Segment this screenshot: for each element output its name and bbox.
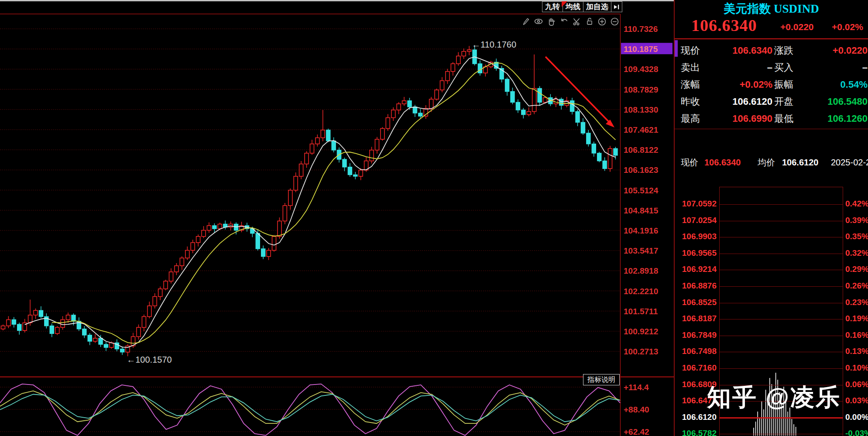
price-row: 106.6340 +0.0220 +0.02% <box>675 16 868 37</box>
candle-body <box>462 51 466 56</box>
lock-open-icon[interactable] <box>584 16 595 27</box>
candle-body <box>521 110 525 115</box>
pencil-icon[interactable] <box>521 16 531 27</box>
zoom-out-icon[interactable] <box>610 16 620 27</box>
indicator-help-button[interactable]: 指标说明 <box>583 374 620 385</box>
quote-row: 卖出 – 买入 – <box>675 59 868 76</box>
candle-body <box>559 99 563 105</box>
sub-axis-label: +62.42 <box>624 427 649 436</box>
ladder-gridline <box>720 204 843 205</box>
scissors-icon[interactable] <box>572 16 582 27</box>
status-label: 均价 <box>758 156 775 168</box>
hand-icon[interactable] <box>546 16 556 27</box>
field-value: 106.6990 <box>701 110 772 127</box>
candle-body <box>397 104 401 110</box>
axis-label: 105.5124 <box>624 186 659 195</box>
field-value: 106.1260 <box>801 110 868 127</box>
candle-body <box>343 159 347 167</box>
candle-body <box>283 206 287 221</box>
ladder-percent: 0.23% <box>845 298 868 307</box>
candle-body <box>288 190 292 206</box>
candle-body <box>34 310 38 315</box>
ladder-gridline <box>720 417 843 419</box>
ladder-price: 106.9903 <box>675 232 717 241</box>
ladder-percent: 0.03% <box>845 396 868 405</box>
candle-body <box>202 230 206 237</box>
candle-body <box>66 315 70 320</box>
candle-body <box>196 237 200 243</box>
candle-body <box>614 148 618 155</box>
ladder-gridline <box>720 319 843 319</box>
candle-body <box>370 150 374 161</box>
field-label: 买入 <box>774 59 793 76</box>
trend-arrow <box>546 57 614 127</box>
tab-add-watchlist[interactable]: 加自选 <box>583 1 611 12</box>
candle-body <box>39 310 43 316</box>
candle-body <box>408 101 412 107</box>
eye-icon[interactable] <box>533 16 544 27</box>
field-value: 106.6120 <box>701 93 772 110</box>
ladder-gridline <box>720 270 843 270</box>
high-annotation: ←110.1760 <box>472 40 516 49</box>
field-label: 涨幅 <box>681 76 700 93</box>
candle-body <box>527 112 531 115</box>
candle-body <box>603 161 607 169</box>
field-value: +0.02% <box>701 76 772 93</box>
candle-body <box>137 327 141 336</box>
ma-slow-line <box>52 63 616 343</box>
candle-body <box>1 326 5 329</box>
undo-icon[interactable] <box>559 16 569 27</box>
candle-body <box>153 297 157 306</box>
ladder-percent: 0.19% <box>845 314 868 323</box>
candle-body <box>180 258 184 266</box>
candle-body <box>543 98 547 103</box>
ladder-price: 106.6120 <box>675 412 717 422</box>
candle-body <box>381 128 384 139</box>
field-label: 卖出 <box>681 59 700 76</box>
ladder-price: 106.7849 <box>675 330 717 340</box>
status-date: 2025-02-24 <box>831 156 868 168</box>
axis-label: 102.2210 <box>624 287 658 296</box>
ladder-gridline <box>720 368 843 369</box>
candle-body <box>446 72 449 81</box>
candle-body <box>359 170 363 176</box>
ladder-gridline <box>720 237 843 237</box>
field-value: – <box>801 59 868 76</box>
axis-label: 110.7326 <box>624 24 658 34</box>
candle-body <box>424 108 428 116</box>
candle-body <box>581 122 585 133</box>
ladder-percent: 0.16% <box>845 330 868 340</box>
candle-body <box>587 133 590 144</box>
candle-body <box>261 249 265 257</box>
ladder-percent: 0.00% <box>845 412 868 422</box>
quote-panel: 美元指数 USDIND 106.6340 +0.0220 +0.02% 现价 1… <box>674 0 868 436</box>
field-label: 最低 <box>774 110 793 127</box>
field-value: – <box>701 59 772 76</box>
ladder-percent: 0.13% <box>845 347 868 356</box>
candle-body <box>267 251 271 257</box>
candle-body <box>478 64 482 73</box>
zoom-in-icon[interactable] <box>597 16 607 27</box>
candle-body <box>88 335 92 341</box>
candle-body <box>467 50 471 51</box>
low-annotation: ←100.1570 <box>127 355 172 364</box>
y-axis-labels: 110.7326110.1875109.4328108.7829108.1330… <box>621 24 672 356</box>
candle-body <box>93 338 97 341</box>
jump-to-end-button[interactable] <box>611 1 622 12</box>
candle-body <box>316 138 319 144</box>
tab-nine-turn[interactable]: 九转 <box>542 1 563 12</box>
candle-body <box>576 112 580 123</box>
candle-body <box>7 320 10 326</box>
field-label: 振幅 <box>774 76 793 93</box>
candle-body <box>326 130 330 141</box>
candle-body <box>375 139 379 150</box>
candle-body <box>505 79 509 91</box>
candle-body <box>305 153 309 164</box>
field-value: 0.54% <box>801 76 868 93</box>
ladder-percent: 0.42% <box>845 199 868 209</box>
watermark: 知乎 @凌乐 <box>707 381 841 414</box>
ladder-price: 106.5782 <box>675 429 717 436</box>
candle-body <box>175 266 178 272</box>
axis-label: 109.4328 <box>624 65 658 74</box>
indicator-line-yellow <box>0 391 620 426</box>
